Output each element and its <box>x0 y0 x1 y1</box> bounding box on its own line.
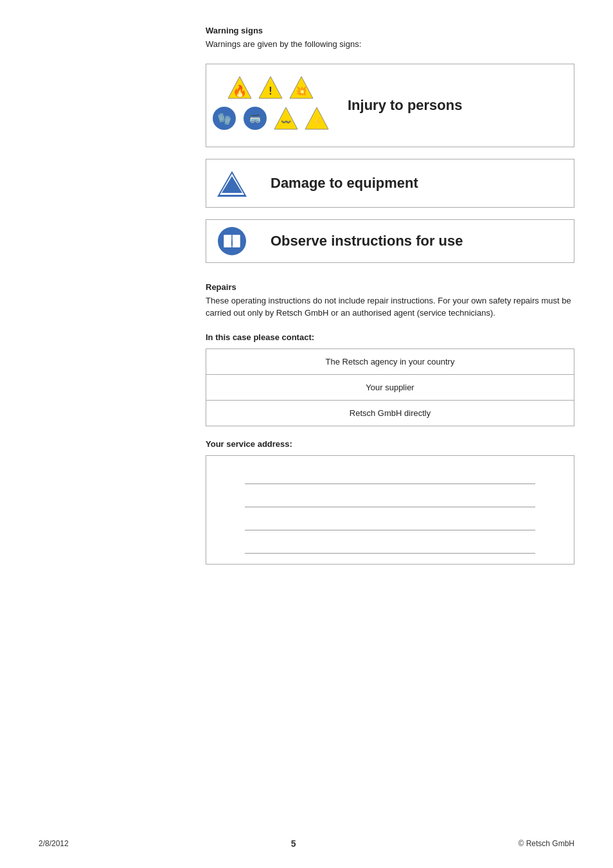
table-row: The Retsch agency in your country <box>206 348 574 374</box>
observe-icon: i <box>217 226 247 256</box>
svg-text:🥽: 🥽 <box>249 113 262 125</box>
repairs-section: Repairs These operating instructions do … <box>206 282 574 320</box>
svg-text:i: i <box>231 238 233 248</box>
svg-text:🔥: 🔥 <box>233 84 247 98</box>
table-row: Retsch GmbH directly <box>206 400 574 426</box>
warning-signs-header: Warning signs Warnings are given by the … <box>206 26 574 51</box>
svg-text:〰️: 〰️ <box>281 116 292 127</box>
contact-row-2: Your supplier <box>206 374 574 400</box>
repairs-title: Repairs <box>206 282 574 292</box>
footer: 2/8/2012 5 © Retsch GmbH <box>39 838 574 849</box>
footer-page-number: 5 <box>291 838 296 849</box>
address-line-1 <box>245 466 535 484</box>
page: Warning signs Warnings are given by the … <box>0 0 613 868</box>
injury-box: 🔥 ! 💥 <box>206 64 574 147</box>
damage-label: Damage to equipment <box>258 159 574 207</box>
fire-warning-icon: 🔥 <box>227 75 253 100</box>
injury-icons: 🔥 ! 💥 <box>206 64 335 147</box>
repairs-text: These operating instructions do not incl… <box>206 294 574 320</box>
damage-triangle-icon <box>216 167 248 199</box>
icons-row-2: 🧤 🥽 〰️ ⚡ <box>211 105 330 131</box>
address-line-4 <box>245 536 535 554</box>
damage-icon-col <box>206 159 258 207</box>
contact-row-1: The Retsch agency in your country <box>206 348 574 374</box>
footer-copyright: © Retsch GmbH <box>518 839 574 848</box>
heat-warning-icon: 〰️ <box>273 105 299 131</box>
general-warning-icon: ! <box>258 75 283 100</box>
contact-section: In this case please contact: The Retsch … <box>206 332 574 426</box>
electrical-warning-icon: ⚡ <box>304 105 330 131</box>
warning-signs-text: Warnings are given by the following sign… <box>206 38 574 51</box>
svg-text:!: ! <box>269 86 272 96</box>
observe-label: Observe instructions for use <box>258 220 574 262</box>
service-address-section: Your service address: <box>206 439 574 565</box>
contact-title: In this case please contact: <box>206 332 574 342</box>
warning-signs-title: Warning signs <box>206 26 574 35</box>
svg-text:💥: 💥 <box>296 86 307 96</box>
injury-label: Injury to persons <box>335 64 574 147</box>
icons-row-1: 🔥 ! 💥 <box>227 75 314 100</box>
glove-icon: 🧤 <box>211 105 237 131</box>
contact-table: The Retsch agency in your country Your s… <box>206 348 574 426</box>
address-line-2 <box>245 489 535 507</box>
observe-icon-col: i <box>206 220 258 262</box>
table-row: Your supplier <box>206 374 574 400</box>
observe-box: i Observe instructions for use <box>206 219 574 263</box>
service-address-title: Your service address: <box>206 439 574 449</box>
content-area: Warning signs Warnings are given by the … <box>206 26 574 565</box>
damage-box: Damage to equipment <box>206 159 574 208</box>
goggles-icon: 🥽 <box>242 105 268 131</box>
address-line-3 <box>245 512 535 530</box>
service-address-box <box>206 455 574 565</box>
explosion-warning-icon: 💥 <box>289 75 314 100</box>
footer-date: 2/8/2012 <box>39 839 69 848</box>
contact-row-3: Retsch GmbH directly <box>206 400 574 426</box>
svg-text:🧤: 🧤 <box>217 112 232 126</box>
svg-text:⚡: ⚡ <box>312 116 323 127</box>
